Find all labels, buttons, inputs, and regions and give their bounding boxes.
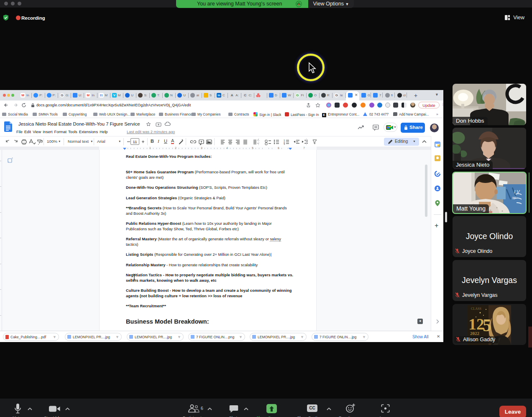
svg-text:2022: 2022: [470, 331, 480, 336]
svg-text:w: w: [512, 196, 516, 200]
svg-text:3: 3: [284, 143, 285, 145]
svg-text:5: 5: [483, 316, 491, 335]
svg-text:12: 12: [468, 315, 484, 333]
svg-text:I V: I V: [514, 189, 520, 194]
svg-text:CLASS: CLASS: [471, 307, 481, 311]
